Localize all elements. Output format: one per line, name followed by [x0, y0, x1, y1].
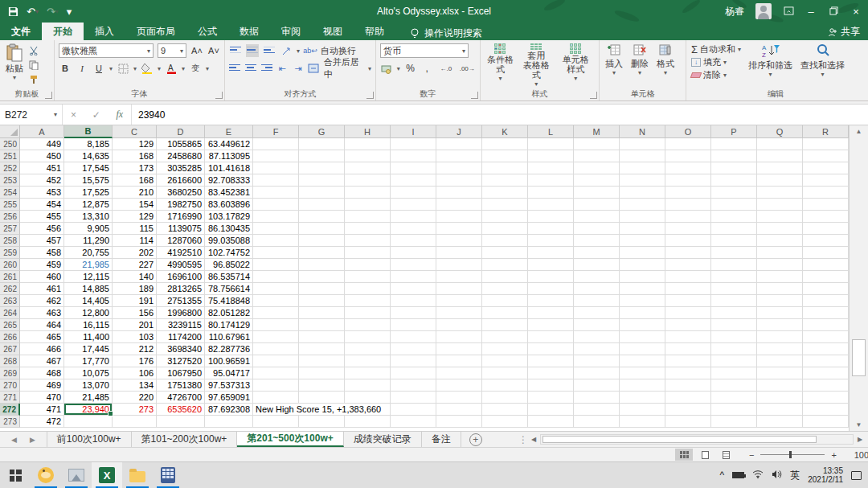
cell-C269[interactable]: 106: [113, 367, 157, 379]
cell-B267[interactable]: 17,445: [64, 343, 113, 355]
cell-D271[interactable]: 4726700: [157, 392, 205, 404]
cell-R267[interactable]: [803, 343, 849, 355]
cell-A256[interactable]: 455: [20, 211, 64, 223]
cell-E271[interactable]: 97.659091: [205, 392, 253, 404]
cell-R260[interactable]: [803, 259, 849, 271]
cell-R253[interactable]: [803, 174, 849, 187]
column-header-K[interactable]: K: [482, 125, 528, 138]
cell-O255[interactable]: [665, 199, 711, 211]
cell-C266[interactable]: 103: [113, 331, 157, 343]
cell-O253[interactable]: [665, 174, 711, 187]
cell-F268[interactable]: [253, 355, 299, 367]
increase-decimal-icon[interactable]: ←.0: [437, 62, 455, 75]
cell-C273[interactable]: [113, 416, 157, 428]
cell-M265[interactable]: [574, 319, 620, 331]
cell-H270[interactable]: [345, 379, 391, 392]
cell-D253[interactable]: 2616600: [157, 174, 205, 187]
cell-G251[interactable]: [299, 150, 345, 162]
cell-Q261[interactable]: [757, 271, 803, 283]
cell-G258[interactable]: [299, 235, 345, 247]
cell-D261[interactable]: 1696100: [157, 271, 205, 283]
row-header-260[interactable]: 260: [0, 259, 20, 271]
cell-J263[interactable]: [436, 295, 482, 307]
cell-M273[interactable]: [574, 416, 620, 428]
cell-H254[interactable]: [345, 187, 391, 199]
cell-F263[interactable]: [253, 295, 299, 307]
cell-A257[interactable]: 456: [20, 223, 64, 235]
cell-N252[interactable]: [620, 162, 665, 174]
cell-E273[interactable]: [205, 416, 253, 428]
cell-P258[interactable]: [711, 235, 757, 247]
cell-A270[interactable]: 469: [20, 379, 64, 392]
cell-F271[interactable]: [253, 392, 299, 404]
cell-F258[interactable]: [253, 235, 299, 247]
scroll-right-icon[interactable]: ▶: [855, 436, 865, 443]
cell-R263[interactable]: [803, 295, 849, 307]
cell-Q252[interactable]: [757, 162, 803, 174]
cell-G263[interactable]: [299, 295, 345, 307]
cell-N271[interactable]: [620, 392, 665, 404]
vertical-scrollbar[interactable]: ▲ ▼: [849, 125, 868, 431]
clipboard-dialog-launcher[interactable]: [45, 92, 52, 99]
cell-C252[interactable]: 173: [113, 162, 157, 174]
row-header-250[interactable]: 250: [0, 138, 20, 150]
align-center-icon[interactable]: [245, 62, 257, 75]
cell-Q257[interactable]: [757, 223, 803, 235]
cell-F254[interactable]: [253, 187, 299, 199]
cell-P262[interactable]: [711, 283, 757, 295]
cell-Q269[interactable]: [757, 367, 803, 379]
ribbon-tab-3[interactable]: 页面布局: [125, 23, 186, 40]
cell-L269[interactable]: [528, 367, 574, 379]
cell-O269[interactable]: [665, 367, 711, 379]
confirm-entry-icon[interactable]: ✓: [92, 109, 100, 121]
row-header-264[interactable]: 264: [0, 307, 20, 319]
cell-G267[interactable]: [299, 343, 345, 355]
cell-L256[interactable]: [528, 211, 574, 223]
row-header-262[interactable]: 262: [0, 283, 20, 295]
cell-G273[interactable]: [299, 416, 345, 428]
cell-H267[interactable]: [345, 343, 391, 355]
cell-I254[interactable]: [391, 187, 436, 199]
clear-button[interactable]: 清除▾: [691, 69, 741, 81]
bold-button[interactable]: B: [59, 62, 72, 75]
cell-P251[interactable]: [711, 150, 757, 162]
customize-qat-icon[interactable]: ▾: [67, 6, 72, 18]
cell-D267[interactable]: 3698340: [157, 343, 205, 355]
row-header-258[interactable]: 258: [0, 235, 20, 247]
cell-P252[interactable]: [711, 162, 757, 174]
zoom-out-button[interactable]: −: [749, 450, 754, 460]
cell-R268[interactable]: [803, 355, 849, 367]
column-header-B[interactable]: B: [64, 125, 113, 138]
cell-D250[interactable]: 1055865: [157, 138, 205, 150]
cell-R258[interactable]: [803, 235, 849, 247]
cut-icon[interactable]: [27, 44, 40, 57]
zoom-slider-thumb[interactable]: [789, 451, 792, 458]
cell-H271[interactable]: [345, 392, 391, 404]
cell-O266[interactable]: [665, 331, 711, 343]
clock[interactable]: 13:35 2021/2/11: [808, 466, 843, 484]
cell-B252[interactable]: 17,545: [64, 162, 113, 174]
cell-N256[interactable]: [620, 211, 665, 223]
cell-C270[interactable]: 134: [113, 379, 157, 392]
cell-F265[interactable]: [253, 319, 299, 331]
cell-K264[interactable]: [482, 307, 528, 319]
cell-G259[interactable]: [299, 247, 345, 259]
percent-style-icon[interactable]: %: [404, 62, 417, 75]
row-header-266[interactable]: 266: [0, 331, 20, 343]
cell-O261[interactable]: [665, 271, 711, 283]
cell-A259[interactable]: 458: [20, 247, 64, 259]
cell-M272[interactable]: [574, 404, 620, 416]
cell-E264[interactable]: 82.051282: [205, 307, 253, 319]
cell-O252[interactable]: [665, 162, 711, 174]
cell-I265[interactable]: [391, 319, 436, 331]
cell-J262[interactable]: [436, 283, 482, 295]
cell-P257[interactable]: [711, 223, 757, 235]
cell-M258[interactable]: [574, 235, 620, 247]
cell-B258[interactable]: 11,290: [64, 235, 113, 247]
cell-N270[interactable]: [620, 379, 665, 392]
cell-P271[interactable]: [711, 392, 757, 404]
cell-Q255[interactable]: [757, 199, 803, 211]
cell-N265[interactable]: [620, 319, 665, 331]
cell-K265[interactable]: [482, 319, 528, 331]
shrink-font-icon[interactable]: A˅: [207, 44, 220, 57]
